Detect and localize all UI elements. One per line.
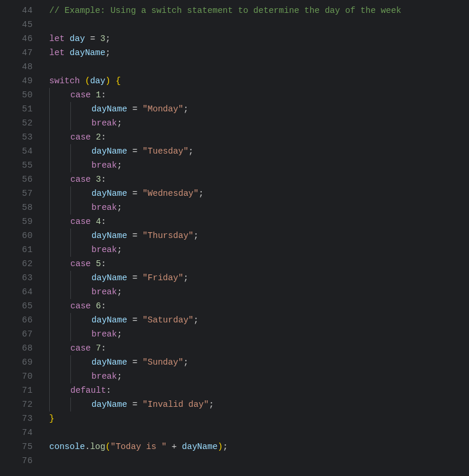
code-line[interactable]: 71default:: [0, 383, 469, 397]
code-content[interactable]: break;: [35, 285, 122, 299]
code-line[interactable]: 47let dayName;: [0, 46, 469, 60]
code-content[interactable]: break;: [35, 158, 122, 172]
code-line[interactable]: 65case 6:: [0, 299, 469, 313]
code-content[interactable]: dayName = "Wednesday";: [35, 186, 203, 200]
code-content[interactable]: dayName = "Sunday";: [35, 355, 188, 369]
code-line[interactable]: 56case 3:: [0, 172, 469, 186]
indent-guide: [70, 313, 72, 327]
code-line[interactable]: 64break;: [0, 285, 469, 299]
indent-guide: [70, 200, 72, 215]
code-content[interactable]: case 4:: [35, 215, 106, 229]
indent-guide: [49, 341, 50, 355]
code-content[interactable]: let dayName;: [35, 46, 110, 60]
code-line[interactable]: 59case 4:: [0, 215, 469, 229]
code-content[interactable]: [35, 454, 49, 468]
code-line[interactable]: 69dayName = "Sunday";: [0, 355, 469, 369]
line-number: 72: [0, 397, 35, 412]
space: [137, 102, 142, 116]
code-content[interactable]: }: [35, 412, 55, 426]
code-content[interactable]: default:: [35, 383, 111, 397]
code-content[interactable]: dayName = "Friday";: [35, 271, 188, 285]
code-line[interactable]: 51dayName = "Monday";: [0, 102, 469, 116]
token-punc: :: [106, 383, 111, 397]
code-content[interactable]: case 1:: [35, 88, 106, 102]
code-content[interactable]: break;: [35, 243, 122, 257]
code-line[interactable]: 68case 7:: [0, 341, 469, 355]
code-line[interactable]: 44// Example: Using a switch statement t…: [0, 4, 469, 18]
code-line[interactable]: 54dayName = "Tuesday";: [0, 144, 469, 158]
token-fn: log: [90, 440, 106, 454]
code-line[interactable]: 45: [0, 18, 469, 32]
code-line[interactable]: 57dayName = "Wednesday";: [0, 186, 469, 200]
code-content[interactable]: dayName = "Invalid day";: [35, 397, 214, 412]
token-punc: =: [132, 102, 138, 116]
code-content[interactable]: case 5:: [35, 257, 106, 271]
code-line[interactable]: 63dayName = "Friday";: [0, 271, 469, 285]
indent-guide: [49, 200, 50, 215]
code-line[interactable]: 70break;: [0, 369, 469, 383]
space: [91, 299, 96, 313]
line-number: 63: [0, 271, 35, 285]
code-content[interactable]: let day = 3;: [35, 32, 110, 46]
code-line[interactable]: 76: [0, 454, 469, 468]
code-content[interactable]: dayName = "Monday";: [35, 102, 188, 116]
token-ctrl: break: [91, 369, 117, 383]
line-number: 57: [0, 186, 35, 200]
code-content[interactable]: [35, 60, 49, 74]
code-line[interactable]: 52break;: [0, 116, 469, 130]
code-content[interactable]: case 7:: [35, 341, 106, 355]
token-num: 3: [96, 172, 101, 186]
code-line[interactable]: 62case 5:: [0, 257, 469, 271]
token-ctrl: case: [70, 341, 91, 355]
code-line[interactable]: 73}: [0, 412, 469, 426]
token-punc: :: [101, 215, 106, 229]
indent-guide: [49, 369, 50, 383]
line-number: 55: [0, 158, 35, 172]
code-content[interactable]: case 2:: [35, 130, 106, 144]
token-punc: :: [101, 88, 106, 102]
code-line[interactable]: 75console.log("Today is " + dayName);: [0, 440, 469, 454]
code-line[interactable]: 72dayName = "Invalid day";: [0, 397, 469, 412]
token-punc: ;: [183, 271, 189, 285]
indent-guide: [49, 383, 50, 397]
code-line[interactable]: 58break;: [0, 200, 469, 215]
code-line[interactable]: 67break;: [0, 327, 469, 341]
code-content[interactable]: break;: [35, 116, 122, 130]
code-line[interactable]: 49switch (day) {: [0, 74, 469, 88]
token-punc: ;: [106, 32, 111, 46]
code-line[interactable]: 46let day = 3;: [0, 32, 469, 46]
code-content[interactable]: case 6:: [35, 299, 106, 313]
code-line[interactable]: 48: [0, 60, 469, 74]
code-line[interactable]: 61break;: [0, 243, 469, 257]
space: [127, 144, 132, 158]
code-line[interactable]: 50case 1:: [0, 88, 469, 102]
indent-guide: [49, 327, 50, 341]
code-line[interactable]: 60dayName = "Thursday";: [0, 229, 469, 243]
line-number: 59: [0, 215, 35, 229]
code-line[interactable]: 55break;: [0, 158, 469, 172]
space: [137, 186, 142, 200]
code-content[interactable]: console.log("Today is " + dayName);: [35, 440, 228, 454]
token-ctrl: break: [91, 116, 117, 130]
code-content[interactable]: [35, 426, 49, 440]
code-content[interactable]: break;: [35, 369, 122, 383]
code-content[interactable]: break;: [35, 200, 122, 215]
indent-guide: [49, 215, 50, 229]
code-content[interactable]: dayName = "Thursday";: [35, 229, 199, 243]
line-number: 48: [0, 60, 35, 74]
token-keyword: let: [49, 46, 64, 60]
code-line[interactable]: 74: [0, 426, 469, 440]
code-content[interactable]: dayName = "Saturday";: [35, 313, 199, 327]
code-content[interactable]: break;: [35, 327, 122, 341]
code-line[interactable]: 53case 2:: [0, 130, 469, 144]
line-number: 54: [0, 144, 35, 158]
code-editor[interactable]: 44// Example: Using a switch statement t…: [0, 0, 469, 468]
code-content[interactable]: switch (day) {: [35, 74, 121, 88]
code-content[interactable]: [35, 18, 49, 32]
code-line[interactable]: 66dayName = "Saturday";: [0, 313, 469, 327]
code-content[interactable]: // Example: Using a switch statement to …: [35, 4, 401, 18]
space: [137, 271, 142, 285]
code-content[interactable]: case 3:: [35, 172, 106, 186]
space: [137, 313, 142, 327]
code-content[interactable]: dayName = "Tuesday";: [35, 144, 193, 158]
